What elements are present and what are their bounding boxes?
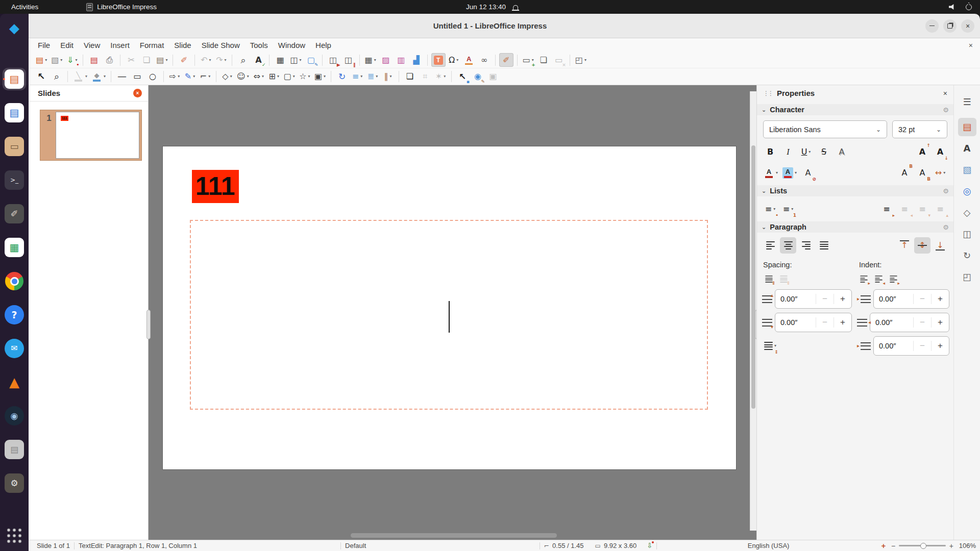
menu-window[interactable]: Window (273, 38, 310, 52)
align-objects-button[interactable]: ≡▾ (350, 70, 364, 84)
tab-shapes[interactable]: ◇ (958, 204, 976, 222)
dock-calc-icon[interactable]: ▦ (3, 236, 26, 259)
export-pdf-button[interactable]: ▤ (87, 53, 101, 67)
first-line-indent-input[interactable]: 0.00″ − + (873, 336, 949, 356)
menu-slide-show[interactable]: Slide Show (197, 38, 245, 52)
rectangle-button[interactable]: ▭ (130, 70, 144, 84)
character-spacing-button[interactable]: ↔▾ (932, 165, 948, 181)
text-shadow-button[interactable]: A (834, 144, 850, 160)
select-button[interactable]: ↖ (34, 70, 48, 84)
close-document-button[interactable]: × (969, 41, 980, 49)
close-window-button[interactable]: × (961, 19, 974, 33)
hanging-indent-button[interactable]: ▸ (887, 273, 900, 285)
character-section-header[interactable]: ⌄ Character ⚙ (757, 104, 953, 115)
stars-and-banners-button[interactable]: ☆▾ (298, 70, 312, 84)
dock-impress-icon[interactable]: ▤ (3, 68, 26, 90)
menu-insert[interactable]: Insert (105, 38, 135, 52)
after-text-indent-input[interactable]: 0.00″ − + (870, 313, 949, 332)
clear-direct-formatting-button[interactable]: A⊘ (800, 165, 816, 181)
highlighting-color-button[interactable]: A▾ (781, 165, 798, 181)
above-paragraph-spacing-input[interactable]: 0.00″ − + (775, 289, 852, 309)
tab-properties[interactable]: ▤ (958, 118, 976, 136)
align-left-button[interactable] (762, 237, 778, 254)
vertical-scrollbar-thumb[interactable] (751, 145, 755, 409)
close-slides-panel-button[interactable]: × (133, 89, 142, 97)
align-bottom-button[interactable]: ↓ (932, 237, 948, 254)
below-spacing-decrease-button[interactable]: − (816, 317, 834, 328)
spelling-button[interactable]: A✓ (251, 53, 265, 67)
system-tray[interactable] (949, 4, 980, 10)
after-indent-value[interactable]: 0.00″ (870, 318, 913, 327)
align-center-button[interactable] (780, 237, 796, 254)
clock-menu[interactable]: Jun 12 13:40 (466, 0, 518, 14)
duplicate-slide-button[interactable]: ❏ (536, 53, 551, 67)
insert-image-button[interactable]: ▨ (379, 53, 393, 67)
distribute-button[interactable]: ∥▾ (381, 70, 395, 84)
menu-file[interactable]: File (33, 38, 55, 52)
below-spacing-value[interactable]: 0.00″ (775, 318, 816, 327)
underline-button[interactable]: U▾ (798, 144, 814, 160)
below-spacing-increase-button[interactable]: + (834, 317, 851, 328)
horizontal-scrollbar-thumb[interactable] (351, 533, 557, 538)
slide-title-textbox[interactable]: 111 (192, 170, 239, 203)
paragraph-section-header[interactable]: ⌄ Paragraph ⚙ (757, 221, 953, 233)
symbol-shapes-button[interactable]: ☺▾ (235, 70, 251, 84)
connectors-button[interactable]: ⌐▾ (198, 70, 212, 84)
save-button[interactable]: ⇓•▾ (65, 53, 79, 67)
ordered-list-button[interactable]: ≡1▾ (780, 201, 796, 217)
superscript-button[interactable]: AB (896, 165, 913, 181)
tab-master-slides[interactable]: ◰ (958, 268, 976, 286)
insert-table-button[interactable]: ▦▾ (363, 53, 378, 67)
above-spacing-value[interactable]: 0.00″ (775, 295, 816, 303)
zoom-slider[interactable]: − + (891, 542, 953, 550)
arrange-button[interactable]: ≣▾ (365, 70, 380, 84)
slide-thumbnail[interactable]: 1 111 (40, 110, 142, 161)
zoom-slider-track[interactable] (899, 545, 946, 546)
menu-view[interactable]: View (79, 38, 105, 52)
status-zoom-level[interactable]: 106% (953, 542, 980, 549)
display-grid-button[interactable]: ▦ (273, 53, 287, 67)
show-comments-button[interactable]: ▢✎ (304, 53, 318, 67)
fill-color-button[interactable]: ◆▾ (90, 70, 107, 84)
font-name-combobox[interactable]: Liberation Sans ⌄ (763, 120, 887, 138)
slide-content-textbox[interactable] (190, 220, 708, 410)
font-size-combobox[interactable]: 32 pt ⌄ (892, 120, 947, 138)
window-titlebar[interactable]: Untitled 1 - LibreOffice Impress × (0, 14, 980, 38)
unordered-list-button[interactable]: ≡•▾ (762, 201, 778, 217)
dock-steam-icon[interactable]: ◉ (3, 405, 26, 427)
close-properties-button[interactable]: × (943, 89, 947, 97)
dock-vscode-icon[interactable]: ◆ (3, 17, 26, 39)
first-line-indent-value[interactable]: 0.00″ (874, 342, 913, 350)
status-slide-info[interactable]: Slide 1 of 1 (37, 542, 70, 549)
tab-animation[interactable]: ↻ (958, 246, 976, 265)
font-size-dropdown[interactable]: ⌄ (930, 126, 947, 133)
menu-tools[interactable]: Tools (245, 38, 273, 52)
before-indent-value[interactable]: 0.00″ (874, 295, 913, 303)
dock-show-applications-button[interactable] (3, 524, 26, 547)
first-line-indent-increase-button[interactable]: + (931, 341, 949, 351)
basic-shapes-button[interactable]: ◇▾ (220, 70, 234, 84)
tab-gallery[interactable]: ▧ (958, 161, 976, 179)
document-modified-icon[interactable]: ⇩ (647, 542, 652, 549)
menu-format[interactable]: Format (135, 38, 169, 52)
clone-formatting-button[interactable]: ✐ (177, 53, 191, 67)
activities-button[interactable]: Activities (0, 3, 50, 11)
tab-styles[interactable]: A (958, 139, 976, 158)
status-language[interactable]: English (USA) (661, 542, 876, 549)
decrease-indent-button[interactable]: ◂ (872, 273, 885, 285)
status-slide-style[interactable]: Default (345, 542, 535, 549)
character-settings-icon[interactable]: ⚙ (943, 106, 949, 114)
restore-button[interactable] (943, 19, 957, 33)
increase-paragraph-spacing-button[interactable]: ⇕ (762, 273, 775, 285)
insert-chart-button[interactable]: ▟ (409, 53, 424, 67)
insert-media-button[interactable]: ▥ (394, 53, 408, 67)
first-line-indent-decrease-button[interactable]: − (913, 341, 931, 351)
center-vertically-button[interactable]: ↕ (914, 237, 930, 254)
insert-line-button[interactable]: ― (115, 70, 129, 84)
fit-slide-button[interactable]: + (876, 541, 891, 550)
callout-shapes-button[interactable]: ▢▾ (282, 70, 297, 84)
dock-gimp-icon[interactable]: ✐ (3, 203, 26, 225)
paste-button[interactable]: ▤▾ (155, 53, 169, 67)
dock-writer-icon[interactable]: ▤ (3, 102, 26, 124)
left-panel-splitter[interactable] (146, 310, 151, 339)
